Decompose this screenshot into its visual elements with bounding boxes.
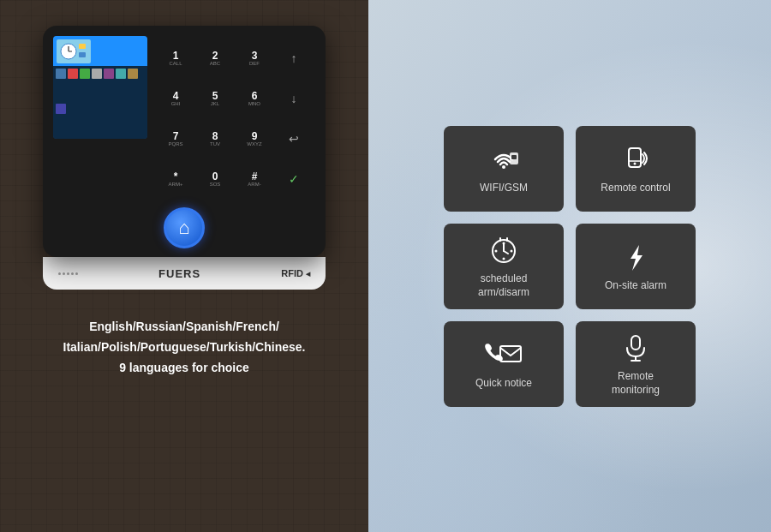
remote-control-label: Remote control xyxy=(601,182,670,195)
svg-rect-4 xyxy=(79,44,86,49)
feature-remote-control[interactable]: Remote control xyxy=(576,126,696,212)
home-button[interactable]: ⌂ xyxy=(164,207,205,248)
brand-text: FUERS xyxy=(158,267,200,280)
key-9[interactable]: 9WXYZ xyxy=(236,120,272,157)
key-down[interactable]: ↓ xyxy=(276,80,312,117)
svg-marker-21 xyxy=(631,245,642,271)
quick-notice-label: Quick notice xyxy=(475,377,532,391)
left-panel: 1CALL 2ABC 3DEF ↑ 4GHI 5JKL 6MNO ↓ 7PQRS… xyxy=(0,0,368,532)
svg-rect-23 xyxy=(631,336,640,350)
svg-point-15 xyxy=(495,249,498,252)
wifi-gsm-label: WIFI/GSM xyxy=(480,182,528,195)
right-panel: WIFI/GSM Remote control xyxy=(368,0,771,532)
wifi-gsm-icon xyxy=(488,144,519,175)
key-5[interactable]: 5JKL xyxy=(197,80,233,117)
feature-remote-monitoring[interactable]: Remotemonitoring xyxy=(576,321,696,407)
feature-on-site-alarm[interactable]: On-site alarm xyxy=(576,224,696,309)
device-bottom: ⌂ xyxy=(53,200,315,257)
key-0[interactable]: 0SOS xyxy=(197,160,233,197)
svg-rect-5 xyxy=(79,52,86,57)
device-keypad: 1CALL 2ABC 3DEF ↑ 4GHI 5JKL 6MNO ↓ 7PQRS… xyxy=(154,36,315,200)
home-icon: ⌂ xyxy=(178,217,189,239)
svg-point-11 xyxy=(634,162,637,164)
on-site-alarm-icon xyxy=(620,242,651,272)
svg-rect-22 xyxy=(500,346,521,362)
key-1[interactable]: 1CALL xyxy=(158,39,194,76)
svg-rect-8 xyxy=(511,155,517,159)
remote-monitoring-label: Remotemonitoring xyxy=(612,370,660,397)
remote-monitoring-icon xyxy=(620,332,651,363)
device-screen xyxy=(53,36,147,139)
key-4[interactable]: 4GHI xyxy=(158,80,194,117)
rfid-text: RFID ◂ xyxy=(281,268,310,278)
key-back[interactable]: ↩ xyxy=(276,120,312,157)
feature-scheduled[interactable]: scheduledarm/disarm xyxy=(444,224,564,309)
on-site-alarm-label: On-site alarm xyxy=(605,279,666,293)
key-confirm[interactable]: ✓ xyxy=(276,160,312,197)
key-up[interactable]: ↑ xyxy=(276,39,312,76)
features-grid: WIFI/GSM Remote control xyxy=(444,126,696,407)
description-text: English/Russian/Spanish/French/ Italian/… xyxy=(38,317,332,378)
key-8[interactable]: 8TUV xyxy=(197,120,233,157)
quick-notice-icon xyxy=(481,339,526,370)
svg-point-14 xyxy=(503,257,505,260)
key-3[interactable]: 3DEF xyxy=(236,39,272,76)
remote-control-icon xyxy=(620,144,651,175)
key-star[interactable]: *ARM+ xyxy=(158,160,194,197)
svg-point-16 xyxy=(511,249,513,252)
key-hash[interactable]: #ARM- xyxy=(236,160,272,197)
device-footer: FUERS RFID ◂ xyxy=(43,257,326,290)
speaker-dots xyxy=(58,272,78,275)
key-7[interactable]: 7PQRS xyxy=(158,120,194,157)
feature-wifi-gsm[interactable]: WIFI/GSM xyxy=(444,126,564,212)
device: 1CALL 2ABC 3DEF ↑ 4GHI 5JKL 6MNO ↓ 7PQRS… xyxy=(43,26,326,257)
feature-quick-notice[interactable]: Quick notice xyxy=(444,321,564,407)
key-2[interactable]: 2ABC xyxy=(197,39,233,76)
scheduled-label: scheduledarm/disarm xyxy=(478,272,529,299)
svg-line-18 xyxy=(504,251,508,254)
clock-widget xyxy=(57,39,91,63)
scheduled-icon xyxy=(488,235,519,266)
key-6[interactable]: 6MNO xyxy=(236,80,272,117)
svg-point-6 xyxy=(502,165,505,169)
